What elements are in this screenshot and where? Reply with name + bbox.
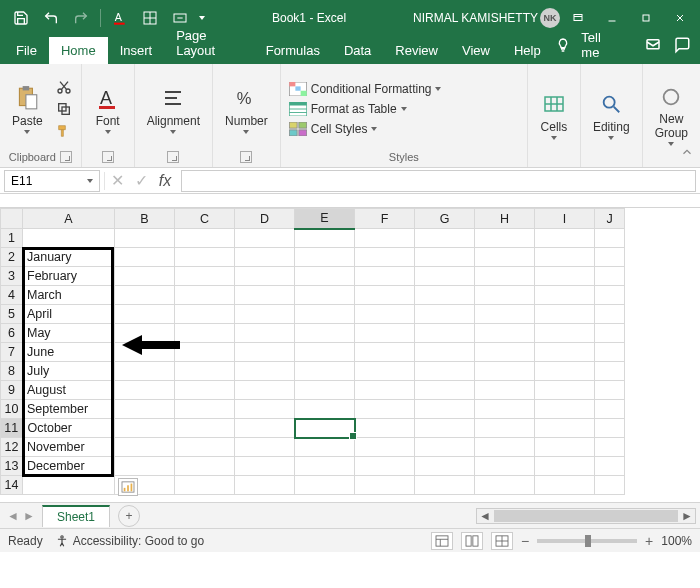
- cell-F4[interactable]: [355, 286, 415, 305]
- col-header-G[interactable]: G: [415, 209, 475, 229]
- tab-formulas[interactable]: Formulas: [254, 37, 332, 64]
- cell-C10[interactable]: [175, 400, 235, 419]
- cell-C14[interactable]: [175, 476, 235, 495]
- cell-E5[interactable]: [295, 305, 355, 324]
- font-button[interactable]: A Font: [88, 82, 128, 136]
- cell-G10[interactable]: [415, 400, 475, 419]
- cell-G7[interactable]: [415, 343, 475, 362]
- cell-E13[interactable]: [295, 457, 355, 476]
- scroll-right-icon[interactable]: ►: [679, 509, 695, 523]
- cell-B7[interactable]: [115, 343, 175, 362]
- cell-H14[interactable]: [475, 476, 535, 495]
- cell-G14[interactable]: [415, 476, 475, 495]
- tab-help[interactable]: Help: [502, 37, 553, 64]
- zoom-level[interactable]: 100%: [661, 534, 692, 548]
- cell-C11[interactable]: [175, 419, 235, 438]
- cell-D7[interactable]: [235, 343, 295, 362]
- cell-J11[interactable]: [595, 419, 625, 438]
- cell-H13[interactable]: [475, 457, 535, 476]
- share-icon[interactable]: [643, 33, 664, 57]
- cell-D5[interactable]: [235, 305, 295, 324]
- format-as-table-button[interactable]: Format as Table: [287, 100, 409, 118]
- cell-C6[interactable]: [175, 324, 235, 343]
- tell-me-label[interactable]: Tell me: [581, 30, 616, 60]
- cell-J9[interactable]: [595, 381, 625, 400]
- font-color-icon[interactable]: A: [107, 5, 133, 31]
- alignment-dialog-launcher[interactable]: [167, 151, 179, 163]
- cell-B5[interactable]: [115, 305, 175, 324]
- zoom-out-icon[interactable]: −: [521, 533, 529, 549]
- clipboard-dialog-launcher[interactable]: [60, 151, 72, 163]
- row-header-9[interactable]: 9: [1, 381, 23, 400]
- cell-F2[interactable]: [355, 248, 415, 267]
- save-icon[interactable]: [8, 5, 34, 31]
- col-header-A[interactable]: A: [23, 209, 115, 229]
- cell-D14[interactable]: [235, 476, 295, 495]
- cell-F9[interactable]: [355, 381, 415, 400]
- cell-J7[interactable]: [595, 343, 625, 362]
- new-group-button[interactable]: New Group: [649, 81, 694, 147]
- row-header-11[interactable]: 11: [1, 419, 23, 438]
- cell-I2[interactable]: [535, 248, 595, 267]
- cell-B11[interactable]: [115, 419, 175, 438]
- cell-J4[interactable]: [595, 286, 625, 305]
- cell-D1[interactable]: [235, 229, 295, 248]
- scroll-left-icon[interactable]: ◄: [477, 509, 493, 523]
- cell-F12[interactable]: [355, 438, 415, 457]
- cell-B2[interactable]: [115, 248, 175, 267]
- cell-C8[interactable]: [175, 362, 235, 381]
- cell-H5[interactable]: [475, 305, 535, 324]
- cell-G4[interactable]: [415, 286, 475, 305]
- cell-A9[interactable]: August: [23, 381, 115, 400]
- cell-C3[interactable]: [175, 267, 235, 286]
- cell-B10[interactable]: [115, 400, 175, 419]
- cell-A14[interactable]: [23, 476, 115, 495]
- row-header-4[interactable]: 4: [1, 286, 23, 305]
- cell-I8[interactable]: [535, 362, 595, 381]
- cell-E11[interactable]: [295, 419, 355, 438]
- cell-H7[interactable]: [475, 343, 535, 362]
- cell-J5[interactable]: [595, 305, 625, 324]
- cell-I6[interactable]: [535, 324, 595, 343]
- cell-A3[interactable]: February: [23, 267, 115, 286]
- cell-I3[interactable]: [535, 267, 595, 286]
- format-painter-icon[interactable]: [53, 121, 75, 141]
- cell-C5[interactable]: [175, 305, 235, 324]
- number-dialog-launcher[interactable]: [240, 151, 252, 163]
- tab-insert[interactable]: Insert: [108, 37, 165, 64]
- cell-E3[interactable]: [295, 267, 355, 286]
- cell-G11[interactable]: [415, 419, 475, 438]
- cell-styles-button[interactable]: Cell Styles: [287, 120, 380, 138]
- cell-D8[interactable]: [235, 362, 295, 381]
- cell-J2[interactable]: [595, 248, 625, 267]
- cell-E7[interactable]: [295, 343, 355, 362]
- new-sheet-button[interactable]: +: [118, 505, 140, 527]
- cell-E1[interactable]: [295, 229, 355, 248]
- undo-icon[interactable]: [38, 5, 64, 31]
- tab-page-layout[interactable]: Page Layout: [164, 22, 254, 64]
- row-header-1[interactable]: 1: [1, 229, 23, 248]
- cell-I14[interactable]: [535, 476, 595, 495]
- cell-G9[interactable]: [415, 381, 475, 400]
- cell-A1[interactable]: [23, 229, 115, 248]
- cell-E4[interactable]: [295, 286, 355, 305]
- cell-C13[interactable]: [175, 457, 235, 476]
- cell-F3[interactable]: [355, 267, 415, 286]
- cell-A5[interactable]: April: [23, 305, 115, 324]
- cell-H6[interactable]: [475, 324, 535, 343]
- cell-F14[interactable]: [355, 476, 415, 495]
- tab-review[interactable]: Review: [383, 37, 450, 64]
- col-header-B[interactable]: B: [115, 209, 175, 229]
- cell-F1[interactable]: [355, 229, 415, 248]
- cell-G6[interactable]: [415, 324, 475, 343]
- cell-G3[interactable]: [415, 267, 475, 286]
- cell-C2[interactable]: [175, 248, 235, 267]
- cell-F13[interactable]: [355, 457, 415, 476]
- cell-G12[interactable]: [415, 438, 475, 457]
- cell-E14[interactable]: [295, 476, 355, 495]
- maximize-icon[interactable]: [630, 4, 662, 32]
- copy-icon[interactable]: [53, 99, 75, 119]
- minimize-icon[interactable]: [596, 4, 628, 32]
- tab-file[interactable]: File: [4, 37, 49, 64]
- cell-A12[interactable]: November: [23, 438, 115, 457]
